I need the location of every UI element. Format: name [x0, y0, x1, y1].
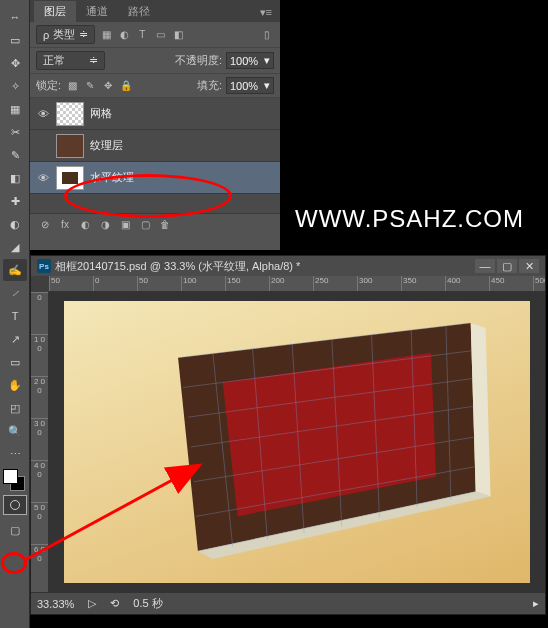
status-bar: 33.33% ▷ ⟲ 0.5 秒 ▸ — [31, 592, 545, 614]
group-icon[interactable]: ▣ — [118, 218, 132, 232]
tool-slice-icon[interactable]: ✂ — [3, 121, 27, 143]
screen-mode-icon[interactable]: ▢ — [3, 519, 27, 541]
opacity-input[interactable]: 100%▾ — [226, 52, 274, 69]
layers-panel: 图层 通道 路径 ▾≡ ρ 类型 ≑ ▦ ◐ T ▭ ◧ ▯ 正常 ≑ 不透明度… — [30, 0, 280, 250]
layer-thumb[interactable] — [56, 166, 84, 190]
fx-icon[interactable]: fx — [58, 218, 72, 232]
new-layer-icon[interactable]: ▢ — [138, 218, 152, 232]
layer-row-selected[interactable]: 👁 水平纹理 — [30, 162, 280, 194]
tab-layers[interactable]: 图层 — [34, 1, 76, 22]
tool-crop-icon[interactable]: ▦ — [3, 98, 27, 120]
mask-icon[interactable]: ◐ — [78, 218, 92, 232]
lock-transparent-icon[interactable]: ▩ — [65, 79, 79, 93]
lock-paint-icon[interactable]: ✎ — [83, 79, 97, 93]
tool-wand-icon[interactable]: ✧ — [3, 75, 27, 97]
tool-heal-icon[interactable]: ◧ — [3, 167, 27, 189]
lock-position-icon[interactable]: ✥ — [101, 79, 115, 93]
filter-text-icon[interactable]: T — [135, 28, 149, 42]
tool-marquee-icon[interactable]: ▭ — [3, 29, 27, 51]
tool-history-icon[interactable]: ◢ — [3, 236, 27, 258]
layer-thumb[interactable] — [56, 102, 84, 126]
tool-eyedropper-icon[interactable]: ✎ — [3, 144, 27, 166]
tool-move-icon[interactable]: ✥ — [3, 52, 27, 74]
layer-name-label: 纹理层 — [90, 138, 123, 153]
visibility-icon[interactable]: 👁 — [36, 172, 50, 184]
link-icon[interactable]: ⊘ — [38, 218, 52, 232]
tool-zoom-icon[interactable]: 🔍 — [3, 420, 27, 442]
opacity-label: 不透明度: — [175, 53, 222, 68]
ps-badge-icon: Ps — [37, 259, 51, 273]
layer-footer: ⊘ fx ◐ ◑ ▣ ▢ 🗑 — [30, 213, 280, 235]
layer-list: 👁 网格 纹理层 👁 水平纹理 — [30, 98, 280, 213]
filter-type-select[interactable]: ρ 类型 ≑ — [36, 25, 95, 44]
tool-brush-icon[interactable]: ✚ — [3, 190, 27, 212]
tool-rotate-icon[interactable]: ◰ — [3, 397, 27, 419]
filter-type-label: 类型 — [53, 27, 75, 42]
tool-shape-icon[interactable]: ▭ — [3, 351, 27, 373]
lock-all-icon[interactable]: 🔒 — [119, 79, 133, 93]
quick-mask-button[interactable] — [3, 495, 27, 515]
layer-row[interactable]: 👁 网格 — [30, 98, 280, 130]
document-window: Ps 相框20140715.psd @ 33.3% (水平纹理, Alpha/8… — [30, 255, 546, 615]
tool-more-icon[interactable]: ⋯ — [3, 443, 27, 465]
layer-filter-row: ρ 类型 ≑ ▦ ◐ T ▭ ◧ ▯ — [30, 22, 280, 48]
minimize-button[interactable]: — — [475, 259, 495, 273]
layer-name-label: 水平纹理 — [90, 170, 134, 185]
tool-hand-icon[interactable]: ✋ — [3, 374, 27, 396]
color-swatches[interactable] — [3, 469, 25, 491]
tab-paths[interactable]: 路径 — [118, 1, 160, 22]
tool-arrow-icon[interactable]: ↔ — [3, 6, 27, 28]
close-button[interactable]: ✕ — [519, 259, 539, 273]
horizontal-ruler: 50050100150200250300350400450500 — [49, 276, 545, 292]
filter-toggle-icon[interactable]: ▯ — [260, 28, 274, 42]
tab-channels[interactable]: 通道 — [76, 1, 118, 22]
vertical-ruler: 01 0 02 0 03 0 04 0 05 0 06 0 0 — [31, 292, 49, 592]
delete-icon[interactable]: 🗑 — [158, 218, 172, 232]
maximize-button[interactable]: ▢ — [497, 259, 517, 273]
blend-mode-select[interactable]: 正常 ≑ — [36, 51, 105, 70]
status-menu-icon[interactable]: ▸ — [533, 597, 539, 610]
panel-tabs: 图层 通道 路径 ▾≡ — [30, 0, 280, 22]
tool-stamp-icon[interactable]: ◐ — [3, 213, 27, 235]
lock-row: 锁定: ▩ ✎ ✥ 🔒 填充: 100%▾ — [30, 74, 280, 98]
frame-3d-image — [64, 301, 530, 583]
watermark-text: WWW.PSAHZ.COM — [295, 205, 524, 233]
tool-gradient-icon[interactable]: ⟋ — [3, 282, 27, 304]
zoom-level[interactable]: 33.33% — [37, 598, 74, 610]
document-title: 相框20140715.psd @ 33.3% (水平纹理, Alpha/8) * — [55, 259, 300, 274]
canvas[interactable] — [64, 301, 530, 583]
document-titlebar: Ps 相框20140715.psd @ 33.3% (水平纹理, Alpha/8… — [31, 256, 545, 276]
tool-column: ↔ ▭ ✥ ✧ ▦ ✂ ✎ ◧ ✚ ◐ ◢ ✍ ⟋ T ↗ ▭ ✋ ◰ 🔍 ⋯ … — [0, 0, 30, 628]
tool-path-icon[interactable]: ↗ — [3, 328, 27, 350]
layer-row[interactable]: 纹理层 — [30, 130, 280, 162]
panel-menu-icon[interactable]: ▾≡ — [252, 3, 280, 22]
filter-pixel-icon[interactable]: ▦ — [99, 28, 113, 42]
status-icon-play[interactable]: ▷ — [88, 597, 96, 610]
blend-row: 正常 ≑ 不透明度: 100%▾ — [30, 48, 280, 74]
lock-label: 锁定: — [36, 78, 61, 93]
status-icon-step[interactable]: ⟲ — [110, 597, 119, 610]
filter-smart-icon[interactable]: ◧ — [171, 28, 185, 42]
foreground-swatch[interactable] — [3, 469, 18, 484]
filter-adjust-icon[interactable]: ◐ — [117, 28, 131, 42]
filter-shape-icon[interactable]: ▭ — [153, 28, 167, 42]
status-timing: 0.5 秒 — [133, 596, 162, 611]
canvas-area[interactable] — [49, 292, 545, 592]
adjustment-icon[interactable]: ◑ — [98, 218, 112, 232]
tool-eraser-icon[interactable]: ✍ — [3, 259, 27, 281]
fill-label: 填充: — [197, 78, 222, 93]
layer-thumb[interactable] — [56, 134, 84, 158]
blend-mode-label: 正常 — [43, 53, 65, 68]
fill-input[interactable]: 100%▾ — [226, 77, 274, 94]
tool-type-icon[interactable]: T — [3, 305, 27, 327]
visibility-icon[interactable]: 👁 — [36, 108, 50, 120]
layer-name-label: 网格 — [90, 106, 112, 121]
